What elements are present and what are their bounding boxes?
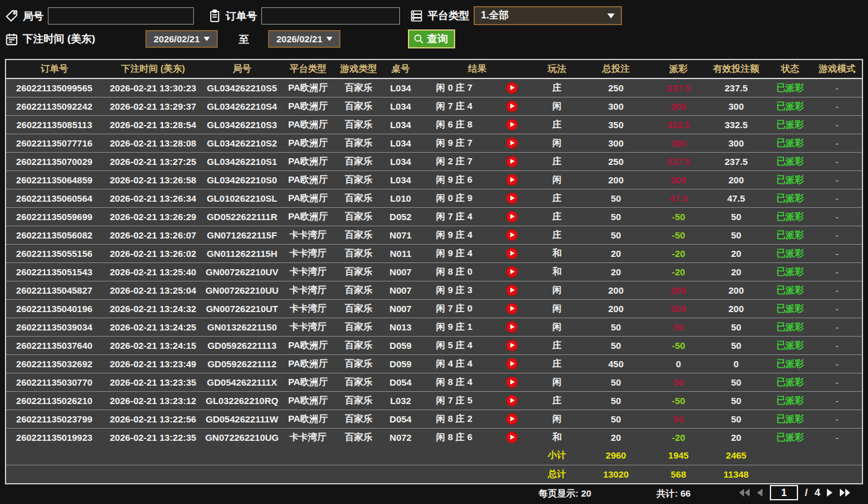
video-replay-button[interactable] [506, 266, 518, 278]
video-replay-button[interactable] [506, 101, 518, 112]
cell-status: 已派彩 [768, 189, 812, 207]
payout-value: 300 [670, 101, 686, 112]
video-replay-button[interactable] [506, 321, 518, 333]
prev-page-button[interactable] [757, 489, 763, 497]
cell-valid-bet: 200 [704, 281, 768, 299]
cell-total-bet: 50 [579, 207, 653, 226]
cell-table-no: N007 [382, 281, 420, 299]
cell-result: 闲 6 庄 8 [420, 115, 535, 134]
cell-status: 已派彩 [768, 299, 812, 318]
cell-play-type: 庄 [535, 336, 579, 354]
first-page-icon [739, 489, 750, 497]
cell-game-no: GN007262210UT [204, 299, 280, 318]
video-replay-button[interactable] [506, 395, 518, 407]
col-play-type: 玩法 [535, 60, 579, 78]
chevron-down-icon [607, 13, 615, 18]
payout-value: -50 [672, 230, 685, 240]
game-no-input[interactable] [48, 7, 194, 25]
order-no-input[interactable] [261, 7, 400, 25]
video-replay-button[interactable] [506, 174, 518, 186]
cell-bet-time: 2026-02-21 13:28:54 [102, 115, 204, 134]
cell-game-mode: - [812, 152, 862, 170]
cell-platform: PA欧洲厅 [280, 78, 336, 97]
table-row: 260221135023799 2026-02-21 13:22:56 GD05… [6, 410, 862, 428]
platform-type-select[interactable]: 1.全部 [474, 6, 622, 25]
table-row: 260221135059699 2026-02-21 13:26:29 GD05… [6, 207, 862, 226]
col-bet-time: 下注时间 (美东) [102, 60, 204, 78]
cell-status: 已派彩 [768, 410, 812, 428]
cell-play-type: 庄 [535, 152, 579, 170]
video-replay-button[interactable] [506, 193, 518, 204]
cell-game-mode: - [812, 410, 862, 428]
total-count-display: 共计: 66 [656, 488, 691, 500]
last-page-icon [840, 489, 851, 497]
cell-result: 闲 8 庄 2 [420, 410, 535, 428]
video-replay-button[interactable] [506, 248, 518, 259]
result-text: 闲 2 庄 7 [420, 156, 489, 167]
cell-status: 已派彩 [768, 170, 812, 189]
col-platform: 平台类型 [280, 60, 336, 78]
cell-status: 已派彩 [768, 281, 812, 299]
cell-bet-time: 2026-02-21 13:29:37 [102, 97, 204, 115]
video-replay-button[interactable] [506, 376, 518, 388]
cell-total-bet: 20 [579, 262, 653, 281]
table-header-row: 订单号 下注时间 (美东) 局号 平台类型 游戏类型 桌号 结果 玩法 总投注 … [6, 60, 862, 78]
video-replay-button[interactable] [506, 229, 518, 241]
cell-play-type: 庄 [535, 189, 579, 207]
last-page-button[interactable] [840, 489, 851, 497]
video-replay-button[interactable] [506, 432, 518, 443]
cell-game-type: 百家乐 [336, 318, 382, 336]
cell-total-bet: 250 [579, 78, 653, 97]
prev-page-icon [757, 489, 763, 497]
cell-platform: PA欧洲厅 [280, 152, 336, 170]
video-replay-button[interactable] [506, 82, 518, 94]
cell-total-bet: 300 [579, 134, 653, 152]
cell-game-mode: - [812, 336, 862, 354]
result-text: 闲 7 庄 0 [420, 303, 489, 315]
cell-platform: PA欧洲厅 [280, 354, 336, 373]
video-replay-button[interactable] [506, 284, 518, 296]
date-to-picker[interactable]: 2026/02/21 [268, 30, 340, 48]
table-row: 260221135070029 2026-02-21 13:27:25 GL03… [6, 152, 862, 170]
cell-result: 闲 5 庄 4 [420, 336, 535, 354]
subtotal-row: 小计 2960 1945 2465 [6, 446, 862, 465]
payout-value: -20 [672, 248, 685, 259]
video-replay-button[interactable] [506, 303, 518, 315]
cell-game-no: GD0522622111R [204, 207, 280, 226]
cell-order-no: 260221135059699 [6, 207, 102, 226]
cell-play-type: 闲 [535, 410, 579, 428]
cell-status: 已派彩 [768, 318, 812, 336]
query-button[interactable]: 查询 [408, 29, 455, 48]
cell-order-no: 260221135032692 [6, 354, 102, 373]
cell-platform: PA欧洲厅 [280, 410, 336, 428]
video-replay-button[interactable] [506, 358, 518, 370]
date-from-picker[interactable]: 2026/02/21 [145, 30, 218, 48]
page-number-input[interactable] [770, 485, 798, 500]
cell-payout: 200 [653, 170, 704, 189]
video-replay-button[interactable] [506, 413, 518, 425]
cell-play-type: 庄 [535, 391, 579, 410]
video-replay-button[interactable] [506, 340, 518, 351]
cell-table-no: N013 [382, 318, 420, 336]
cell-bet-time: 2026-02-21 13:22:56 [102, 410, 204, 428]
cell-game-type: 百家乐 [336, 410, 382, 428]
cell-total-bet: 50 [579, 391, 653, 410]
video-replay-button[interactable] [506, 211, 518, 223]
cell-platform: PA欧洲厅 [280, 170, 336, 189]
result-text: 闲 9 庄 4 [420, 248, 489, 259]
result-text: 闲 9 庄 7 [420, 137, 489, 149]
video-replay-button[interactable] [506, 156, 518, 167]
cell-result: 闲 7 庄 0 [420, 299, 535, 318]
footer-bar: 每页显示: 20 共计: 66 / 4 [0, 483, 868, 504]
video-replay-button[interactable] [506, 137, 518, 149]
play-icon [510, 196, 515, 200]
cell-play-type: 庄 [535, 78, 579, 97]
first-page-button[interactable] [739, 489, 750, 497]
field-bet-time: 下注时间 (美东) [5, 32, 95, 46]
col-valid-bet: 有效投注额 [704, 60, 768, 78]
cell-status: 已派彩 [768, 354, 812, 373]
cell-order-no: 260221135085113 [6, 115, 102, 134]
video-replay-button[interactable] [506, 119, 518, 131]
next-page-button[interactable] [827, 489, 833, 497]
server-icon [410, 9, 423, 23]
